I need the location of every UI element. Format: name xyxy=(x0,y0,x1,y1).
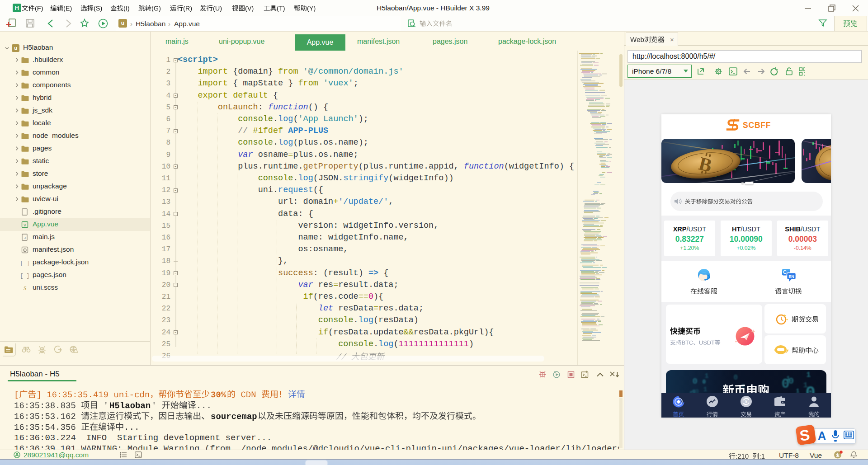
svg-text:[ ]: [ ] xyxy=(21,272,28,279)
svg-text:S: S xyxy=(24,284,27,291)
svg-text:¥: ¥ xyxy=(745,399,747,404)
svg-text:J: J xyxy=(24,236,26,240)
svg-text:[ ]: [ ] xyxy=(21,260,28,266)
svg-text:V: V xyxy=(24,223,26,227)
svg-text:C: C xyxy=(783,269,787,275)
svg-text:EN: EN xyxy=(788,274,794,279)
